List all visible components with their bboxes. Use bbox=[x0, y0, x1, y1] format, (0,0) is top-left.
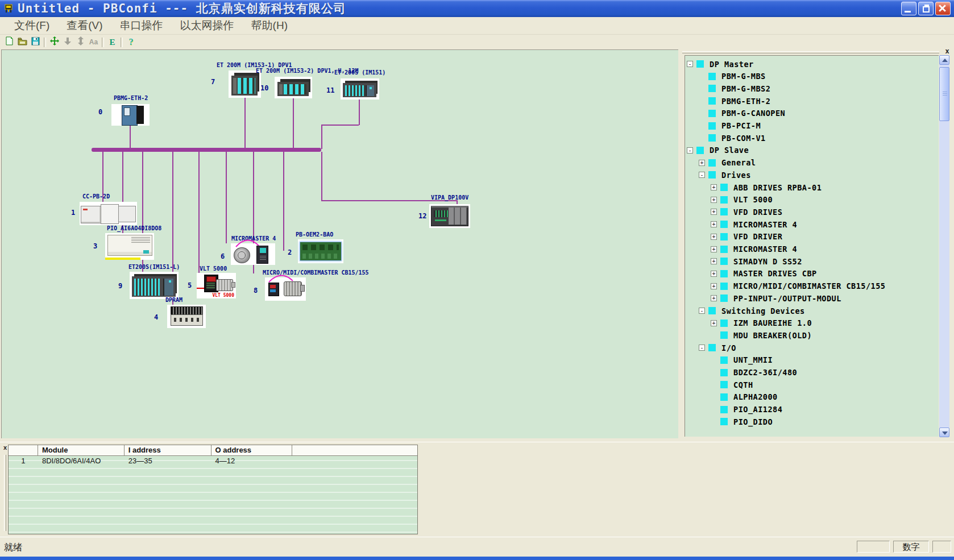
menu-item-ethernet[interactable]: 以太网操作 bbox=[172, 18, 243, 33]
connection-line bbox=[130, 126, 131, 149]
move-button[interactable] bbox=[48, 36, 61, 48]
column-header-o-address[interactable]: O address bbox=[211, 445, 293, 455]
tree-item-drives[interactable]: -Drives bbox=[685, 169, 939, 181]
column-header-empty[interactable] bbox=[9, 445, 38, 455]
tree-item-micro-midi-combimaster-cb15-155[interactable]: +MICRO/MIDI/COMBIMASTER CB15/155 bbox=[685, 280, 939, 292]
tree-item-i-o[interactable]: -I/O bbox=[685, 342, 939, 354]
tree-scrollbar[interactable] bbox=[939, 55, 949, 437]
expand-icon[interactable]: + bbox=[711, 197, 717, 203]
tree-item-cqth[interactable]: CQTH bbox=[685, 379, 939, 391]
expand-icon[interactable]: + bbox=[711, 271, 717, 277]
tree-item-pio-ai1284[interactable]: PIO_AI1284 bbox=[685, 404, 939, 416]
expand-icon[interactable]: + bbox=[711, 221, 717, 227]
expand-icon[interactable]: + bbox=[711, 295, 717, 301]
device-vipa-dp100v[interactable] bbox=[429, 204, 470, 228]
menu-item-view[interactable]: 查看(V) bbox=[58, 18, 111, 33]
tree-item-pbm-g-mbs2[interactable]: PBM-G-MBS2 bbox=[685, 82, 939, 94]
table-row[interactable]: 18DI/8DO/6AI/4AO23—354—12 bbox=[9, 455, 417, 466]
menu-item-serial[interactable]: 串口操作 bbox=[111, 18, 172, 33]
expand-icon[interactable]: + bbox=[711, 246, 717, 252]
download-button[interactable] bbox=[61, 36, 74, 48]
expand-icon[interactable]: + bbox=[711, 209, 717, 215]
upload-download-button[interactable] bbox=[74, 36, 87, 48]
expand-icon[interactable]: + bbox=[711, 283, 717, 289]
scroll-down-icon[interactable] bbox=[939, 428, 949, 437]
tree-item-unt-mmii[interactable]: UNT_MMII bbox=[685, 354, 939, 366]
column-header-i-address[interactable]: I address bbox=[125, 445, 211, 455]
table-header-row: ModuleI addressO address bbox=[9, 445, 417, 456]
device-et-200m-im153-2-dpv1-h-12m[interactable] bbox=[275, 77, 312, 98]
tree-item-master-drives-cbp[interactable]: +MASTER DRIVES CBP bbox=[685, 268, 939, 280]
device-address-et-200m-im153-2-dpv1-h-12m: 10 bbox=[260, 84, 268, 92]
title-bar[interactable]: Untitled - PBConfi --- 北京鼎实创新科技有限公司 bbox=[0, 0, 954, 17]
tree-item-simadyn-d-ss52[interactable]: +SIMADYN D SS52 bbox=[685, 255, 939, 267]
scroll-up-icon[interactable] bbox=[939, 55, 949, 65]
device-et-200s-im151[interactable] bbox=[341, 78, 379, 99]
expand-icon[interactable]: + bbox=[699, 160, 705, 166]
help-button[interactable]: ? bbox=[125, 36, 138, 48]
tree-item-pp-input-output-modul[interactable]: +PP-INPUT-/OUTPUT-MODUL bbox=[685, 292, 939, 304]
tree-item-pio-dido[interactable]: PIO_DIDO bbox=[685, 416, 939, 428]
tree-item-vlt-5000[interactable]: +VLT 5000 bbox=[685, 194, 939, 206]
tree-item-pbm-g-mbs[interactable]: PBM-G-MBS bbox=[685, 70, 939, 82]
device-tree[interactable]: -DP MasterPBM-G-MBSPBM-G-MBS2PBMG-ETH-2P… bbox=[685, 55, 939, 437]
device-micromaster-4[interactable] bbox=[231, 243, 275, 265]
tree-item-mdu-breaker-old[interactable]: MDU BREAKER(OLD) bbox=[685, 329, 939, 341]
tree-item-pbmg-eth-2[interactable]: PBMG-ETH-2 bbox=[685, 95, 939, 107]
tree-item-micromaster-4[interactable]: +MICROMASTER 4 bbox=[685, 218, 939, 230]
tree-item-alpha2000[interactable]: ALPHA2000 bbox=[685, 391, 939, 403]
tree-item-micromaster-4[interactable]: +MICROMASTER 4 bbox=[685, 243, 939, 255]
collapse-icon[interactable]: - bbox=[687, 61, 693, 67]
device-pio-ai6ao4di8do8[interactable] bbox=[105, 233, 154, 260]
device-pbmg-eth-2[interactable] bbox=[111, 104, 150, 126]
open-file-button[interactable] bbox=[16, 36, 29, 48]
dock-grip[interactable] bbox=[4, 455, 6, 531]
tree-item-pbm-g-canopen[interactable]: PBM-G-CANOPEN bbox=[685, 107, 939, 119]
tree-item-dp-master[interactable]: -DP Master bbox=[685, 58, 939, 70]
diagram-canvas[interactable]: PBMG-ETH-20ET 200M (IM153-1) DPV17ET 200… bbox=[1, 49, 678, 438]
restore-button[interactable] bbox=[918, 2, 934, 15]
device-pb-oem2-bao[interactable] bbox=[298, 239, 343, 263]
device-vlt-5000[interactable]: VLT 5000 bbox=[197, 273, 236, 298]
module-address-table[interactable]: ModuleI addressO address 18DI/8DO/6AI/4A… bbox=[8, 445, 418, 534]
scrollbar-thumb[interactable] bbox=[939, 67, 949, 121]
device-et200s-im151-l[interactable] bbox=[130, 272, 179, 299]
column-header-empty[interactable] bbox=[292, 445, 417, 455]
tree-item-switching-devices[interactable]: -Switching Devices bbox=[685, 305, 939, 317]
tree-item-izm-baureihe-1-0[interactable]: +IZM BAUREIHE 1.0 bbox=[685, 317, 939, 329]
tree-item-pb-pci-m[interactable]: PB-PCI-M bbox=[685, 120, 939, 132]
font-button[interactable]: Aa bbox=[87, 36, 100, 48]
expand-icon[interactable]: + bbox=[711, 184, 717, 190]
tree-item-general[interactable]: +General bbox=[685, 157, 939, 169]
menu-item-help[interactable]: 帮助(H) bbox=[243, 18, 296, 33]
save-button[interactable] bbox=[29, 36, 42, 48]
device-et-200m-im153-1-dpv1[interactable] bbox=[229, 70, 261, 98]
device-micro-midi-combimaster-cb15-155[interactable] bbox=[265, 277, 306, 301]
tree-item-label: DP Master bbox=[710, 60, 754, 69]
device-dpram[interactable] bbox=[167, 305, 206, 328]
tree-item-bdzc2-36i-480[interactable]: BDZC2-36I/480 bbox=[685, 367, 939, 379]
panel-close-icon[interactable]: x bbox=[943, 47, 952, 56]
tree-item-vfd-drives[interactable]: +VFD DRIVES bbox=[685, 206, 939, 218]
tree-item-vfd-driver[interactable]: +VFD DRIVER bbox=[685, 231, 939, 243]
device-label-vlt-5000: VLT 5000 bbox=[200, 266, 227, 272]
collapse-icon[interactable]: - bbox=[699, 308, 705, 314]
edit-button[interactable]: E bbox=[106, 36, 119, 48]
tree-item-label: MASTER DRIVES CBP bbox=[733, 269, 817, 278]
tree-item-abb-drives-rpba-01[interactable]: +ABB DRIVES RPBA-01 bbox=[685, 181, 939, 193]
collapse-icon[interactable]: - bbox=[699, 345, 705, 351]
tree-item-pb-com-v1[interactable]: PB-COM-V1 bbox=[685, 132, 939, 144]
device-cc-pb-2d[interactable] bbox=[80, 202, 137, 225]
menu-item-file[interactable]: 文件(F) bbox=[6, 18, 58, 33]
column-header-module[interactable]: Module bbox=[38, 445, 125, 455]
new-file-button[interactable] bbox=[3, 36, 16, 48]
panel-grip[interactable] bbox=[682, 51, 939, 53]
expand-icon[interactable]: + bbox=[711, 234, 717, 240]
collapse-icon[interactable]: - bbox=[687, 147, 693, 154]
expand-icon[interactable]: + bbox=[711, 320, 717, 326]
minimize-button[interactable] bbox=[901, 2, 916, 15]
tree-item-dp-slave[interactable]: -DP Slave bbox=[685, 144, 939, 156]
expand-icon[interactable]: + bbox=[711, 258, 717, 264]
close-button[interactable] bbox=[935, 2, 951, 15]
collapse-icon[interactable]: - bbox=[699, 172, 705, 178]
